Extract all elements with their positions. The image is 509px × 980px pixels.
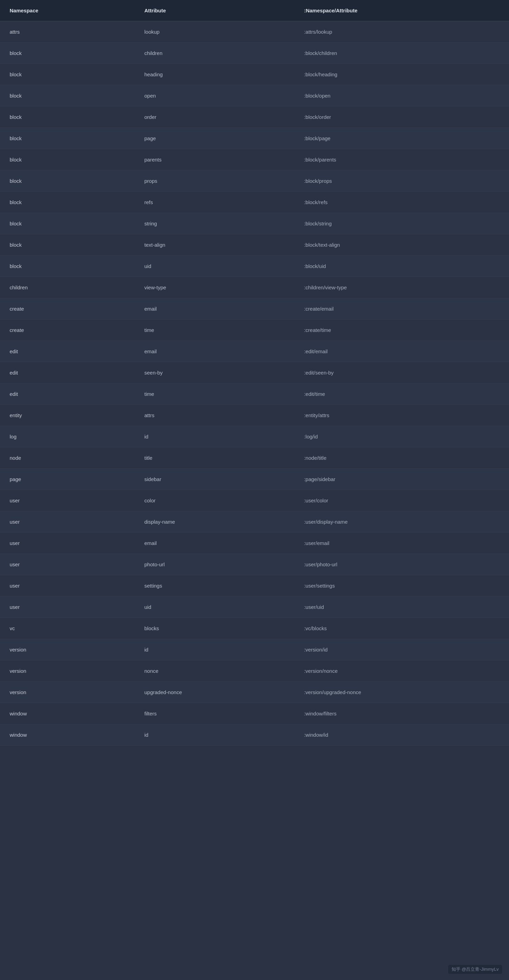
cell-combined: :block/children (294, 43, 509, 64)
cell-combined: :vc/blocks (294, 618, 509, 639)
cell-attribute: title (135, 447, 294, 469)
cell-namespace: user (0, 511, 135, 533)
cell-combined: :user/email (294, 533, 509, 554)
cell-attribute: color (135, 490, 294, 511)
cell-namespace: node (0, 447, 135, 469)
cell-namespace: entity (0, 405, 135, 426)
table-row: windowfilters:window/filters (0, 703, 509, 724)
cell-attribute: email (135, 341, 294, 362)
cell-combined: :children/view-type (294, 277, 509, 298)
cell-combined: :block/uid (294, 256, 509, 277)
cell-attribute: parents (135, 149, 294, 170)
cell-namespace: block (0, 128, 135, 149)
cell-attribute: id (135, 639, 294, 660)
table-row: blockpage:block/page (0, 128, 509, 149)
cell-attribute: sidebar (135, 469, 294, 490)
table-row: blockheading:block/heading (0, 64, 509, 85)
cell-attribute: email (135, 298, 294, 320)
attribute-table-container: Namespace Attribute :Namespace/Attribute… (0, 0, 509, 746)
cell-namespace: block (0, 149, 135, 170)
cell-attribute: display-name (135, 511, 294, 533)
cell-combined: :block/props (294, 170, 509, 192)
cell-combined: :user/uid (294, 597, 509, 618)
cell-combined: :block/parents (294, 149, 509, 170)
table-row: nodetitle:node/title (0, 447, 509, 469)
cell-attribute: time (135, 383, 294, 405)
table-row: usersettings:user/settings (0, 575, 509, 597)
cell-namespace: user (0, 597, 135, 618)
cell-namespace: block (0, 107, 135, 128)
table-row: blockopen:block/open (0, 85, 509, 107)
table-row: usercolor:user/color (0, 490, 509, 511)
cell-combined: :window/filters (294, 703, 509, 724)
cell-namespace: block (0, 213, 135, 234)
cell-combined: :user/settings (294, 575, 509, 597)
cell-attribute: time (135, 320, 294, 341)
cell-namespace: user (0, 533, 135, 554)
cell-attribute: photo-url (135, 554, 294, 575)
cell-namespace: window (0, 724, 135, 746)
cell-attribute: lookup (135, 21, 294, 43)
cell-attribute: nonce (135, 660, 294, 682)
cell-attribute: blocks (135, 618, 294, 639)
cell-namespace: version (0, 639, 135, 660)
table-row: versionnonce:version/nonce (0, 660, 509, 682)
cell-namespace: attrs (0, 21, 135, 43)
attribute-table: Namespace Attribute :Namespace/Attribute… (0, 0, 509, 746)
table-row: userdisplay-name:user/display-name (0, 511, 509, 533)
cell-namespace: create (0, 298, 135, 320)
table-row: logid:log/id (0, 426, 509, 447)
cell-attribute: children (135, 43, 294, 64)
cell-combined: :block/order (294, 107, 509, 128)
cell-combined: :node/title (294, 447, 509, 469)
cell-attribute: email (135, 533, 294, 554)
table-row: entityattrs:entity/attrs (0, 405, 509, 426)
cell-namespace: page (0, 469, 135, 490)
table-row: childrenview-type:children/view-type (0, 277, 509, 298)
table-row: useremail:user/email (0, 533, 509, 554)
cell-attribute: string (135, 213, 294, 234)
table-row: edittime:edit/time (0, 383, 509, 405)
table-row: pagesidebar:page/sidebar (0, 469, 509, 490)
table-row: createtime:create/time (0, 320, 509, 341)
cell-attribute: refs (135, 192, 294, 213)
cell-combined: :block/text-align (294, 234, 509, 256)
table-row: blockrefs:block/refs (0, 192, 509, 213)
cell-attribute: open (135, 85, 294, 107)
cell-combined: :create/email (294, 298, 509, 320)
cell-attribute: order (135, 107, 294, 128)
table-body: attrslookup:attrs/lookupblockchildren:bl… (0, 21, 509, 746)
cell-namespace: user (0, 554, 135, 575)
cell-attribute: text-align (135, 234, 294, 256)
table-row: versionid:version/id (0, 639, 509, 660)
cell-namespace: log (0, 426, 135, 447)
watermark: 知乎 @吕立青-JimmyLv (448, 965, 502, 974)
cell-combined: :window/id (294, 724, 509, 746)
cell-namespace: block (0, 85, 135, 107)
header-attribute: Attribute (135, 0, 294, 21)
cell-attribute: filters (135, 703, 294, 724)
cell-namespace: user (0, 490, 135, 511)
cell-combined: :block/refs (294, 192, 509, 213)
cell-attribute: uid (135, 256, 294, 277)
cell-namespace: create (0, 320, 135, 341)
cell-combined: :block/heading (294, 64, 509, 85)
cell-namespace: block (0, 234, 135, 256)
header-combined: :Namespace/Attribute (294, 0, 509, 21)
cell-combined: :user/color (294, 490, 509, 511)
table-row: blockprops:block/props (0, 170, 509, 192)
table-header-row: Namespace Attribute :Namespace/Attribute (0, 0, 509, 21)
cell-namespace: block (0, 192, 135, 213)
cell-combined: :block/string (294, 213, 509, 234)
cell-attribute: page (135, 128, 294, 149)
table-row: windowid:window/id (0, 724, 509, 746)
cell-namespace: window (0, 703, 135, 724)
table-row: blockstring:block/string (0, 213, 509, 234)
table-row: vcblocks:vc/blocks (0, 618, 509, 639)
cell-combined: :create/time (294, 320, 509, 341)
cell-combined: :version/id (294, 639, 509, 660)
cell-namespace: user (0, 575, 135, 597)
cell-combined: :edit/seen-by (294, 362, 509, 383)
cell-attribute: upgraded-nonce (135, 682, 294, 703)
cell-namespace: vc (0, 618, 135, 639)
